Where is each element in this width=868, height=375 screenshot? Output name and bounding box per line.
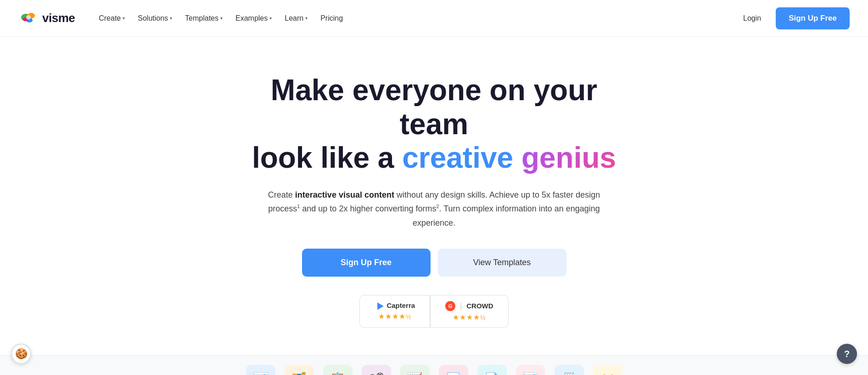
icon-tile: 🗒️ (554, 365, 584, 375)
g2-icon: G (445, 301, 455, 311)
capterra-rating: Capterra ★★★★½ (359, 295, 430, 328)
hero-signup-button[interactable]: Sign Up Free (302, 249, 431, 277)
nav-item-solutions[interactable]: Solutions ▾ (132, 11, 178, 26)
icon-tile: 📃 (439, 365, 468, 375)
capterra-label: Capterra (386, 301, 415, 309)
logo-link[interactable]: visme (18, 8, 75, 28)
chevron-down-icon: ▾ (305, 16, 308, 21)
hero-title: Make everyone on your team look like a c… (237, 74, 632, 175)
svg-point-5 (26, 15, 31, 20)
icon-tile: 🗂️ (285, 365, 314, 375)
help-button[interactable]: ? (837, 344, 857, 364)
bottom-icons-bar: 📊 🗂️ 📋 📽️ 📈 📃 📄 📊 🗒️ 📁 (0, 355, 868, 375)
icon-tile: 📽️ (362, 365, 391, 375)
capterra-brand: Capterra (375, 301, 415, 310)
hero-templates-button[interactable]: View Templates (438, 249, 566, 277)
chevron-down-icon: ▾ (269, 16, 272, 21)
hero-buttons: Sign Up Free View Templates (237, 249, 632, 277)
help-icon: ? (844, 349, 850, 359)
login-button[interactable]: Login (736, 11, 768, 26)
signup-button[interactable]: Sign Up Free (776, 7, 850, 29)
icon-tile: 📊 (516, 365, 545, 375)
g2-rating: G | CROWD ★★★★½ (430, 295, 508, 328)
navbar: visme Create ▾ Solutions ▾ Templates ▾ E… (0, 0, 868, 37)
chevron-down-icon: ▾ (170, 16, 172, 21)
svg-marker-6 (375, 301, 384, 310)
chevron-down-icon: ▾ (220, 16, 223, 21)
nav-item-pricing[interactable]: Pricing (315, 11, 348, 26)
capterra-stars: ★★★★½ (378, 312, 412, 321)
icon-tile: 📈 (400, 365, 430, 375)
icon-tile: 📋 (323, 365, 353, 375)
icon-tile: 📁 (593, 365, 622, 375)
cookie-button[interactable]: 🍪 (11, 344, 31, 364)
nav-right: Login Sign Up Free (736, 7, 850, 29)
ratings-section: Capterra ★★★★½ G | CROWD ★★★★½ (237, 295, 632, 328)
g2-stars: ★★★★½ (453, 313, 486, 322)
hero-title-creative: creative (402, 141, 513, 174)
nav-item-examples[interactable]: Examples ▾ (230, 11, 277, 26)
nav-item-create[interactable]: Create ▾ (93, 11, 130, 26)
cookie-icon: 🍪 (15, 348, 28, 360)
g2-label: CROWD (466, 302, 493, 310)
hero-title-genius: genius (521, 141, 616, 174)
chevron-down-icon: ▾ (123, 16, 125, 21)
icon-tile: 📄 (477, 365, 507, 375)
nav-item-templates[interactable]: Templates ▾ (179, 11, 228, 26)
g2-brand: G | CROWD (445, 301, 493, 311)
icon-tile: 📊 (246, 365, 275, 375)
nav-links: Create ▾ Solutions ▾ Templates ▾ Example… (93, 11, 736, 26)
hero-subtitle: Create interactive visual content withou… (260, 188, 609, 230)
hero-section: Make everyone on your team look like a c… (228, 37, 641, 355)
nav-item-learn[interactable]: Learn ▾ (279, 11, 313, 26)
brand-name: visme (42, 11, 75, 25)
capterra-icon (375, 301, 384, 310)
visme-logo-icon (18, 8, 39, 28)
